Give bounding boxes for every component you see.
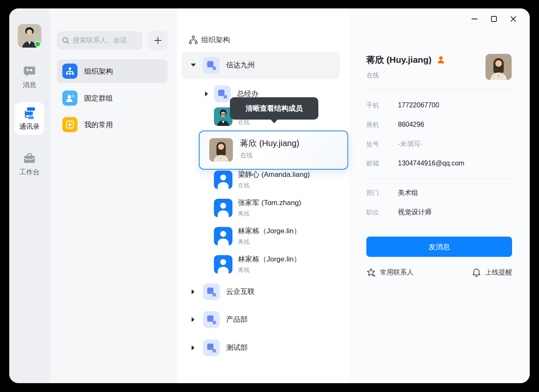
online-status-dot [35, 41, 41, 47]
member-avatar [214, 171, 232, 189]
department-icon [203, 311, 220, 330]
selected-member-card[interactable]: 蒋欣 (Huy.jiang) 在线 [199, 131, 348, 170]
member-name: 蒋欣 (Huy.jiang) [240, 138, 299, 149]
field-value: 1304744916@qq.com [398, 160, 464, 167]
field-value: 8604296 [398, 121, 424, 128]
nav-item-label: 我的常用 [84, 120, 113, 130]
department-icon [203, 339, 220, 358]
org-fields: 部门 美术组 职位 视觉设计师 [366, 183, 512, 222]
caret-right-icon[interactable] [192, 289, 195, 294]
contacts-list-icon [22, 106, 37, 120]
member-name: 梁静心 (Amanda.liang) [238, 170, 310, 180]
contacts-nav-panel: 组织架构 固定群组 我的常用 [50, 8, 177, 383]
tree-department-row[interactable]: 产品部 [177, 308, 349, 331]
field-label: 职位 [366, 208, 398, 216]
department-icon [214, 85, 231, 104]
member-status: 离线 [238, 266, 250, 274]
profile-field-row: 短号 -未填写- [366, 134, 512, 154]
rail-item-contacts[interactable]: 通讯录 [15, 102, 44, 135]
photo-avatar-female [209, 138, 233, 162]
action-label: 上线提醒 [485, 268, 512, 277]
profile-avatar [486, 54, 512, 80]
department-label: 测试部 [226, 343, 248, 353]
org-structure-icon [189, 35, 198, 45]
member-name: 林家栋（Jorge.lin） [238, 254, 301, 264]
profile-status: 在线 [366, 72, 379, 80]
field-label: 部门 [366, 189, 398, 197]
org-chart-icon [62, 64, 77, 79]
divider [366, 178, 512, 179]
divider [366, 90, 512, 90]
profile-actions: 常用联系人 上线提醒 [366, 268, 512, 277]
minimize-button[interactable] [468, 13, 481, 25]
nav-item-my-frequent[interactable]: 我的常用 [57, 113, 168, 136]
send-message-button[interactable]: 发消息 [366, 237, 512, 257]
member-avatar [214, 227, 232, 245]
search-input[interactable] [73, 37, 136, 44]
department-icon [203, 57, 220, 75]
nav-item-org-structure[interactable]: 组织架构 [57, 59, 168, 83]
action-label: 常用联系人 [380, 268, 414, 277]
member-avatar [214, 199, 232, 217]
caret-down-icon[interactable] [191, 64, 196, 67]
profile-field-row: 座机 8604296 [366, 115, 512, 134]
star-plus-icon [366, 268, 376, 277]
field-value: 美术组 [398, 189, 418, 197]
left-rail: 消息 通讯录 工作台 [9, 8, 50, 383]
tree-department-row[interactable]: 测试部 [177, 336, 349, 360]
department-icon [203, 283, 220, 302]
org-tree-panel: 组织架构 信达九州 总经办 胡毅鹏 (Jorge.hu) 在线 梁静心 (Ama… [177, 8, 349, 383]
person-avatar-placeholder [214, 199, 232, 217]
caret-right-icon[interactable] [192, 345, 195, 350]
tree-member-row[interactable]: 林家栋（Jorge.lin） 离线 [177, 227, 349, 247]
field-value: 视觉设计师 [398, 208, 432, 217]
nav-item-label: 固定群组 [84, 93, 113, 103]
group-icon [62, 91, 77, 106]
caret-right-icon[interactable] [192, 317, 195, 322]
rail-item-workspace[interactable]: 工作台 [9, 152, 50, 177]
close-button[interactable] [507, 13, 520, 25]
maximize-button[interactable] [488, 13, 500, 25]
tree-header: 组织架构 [189, 35, 230, 45]
profile-field-row: 职位 视觉设计师 [366, 203, 512, 222]
maximize-icon [491, 16, 497, 22]
nav-item-fixed-groups[interactable]: 固定群组 [57, 86, 168, 110]
frequent-contact-action[interactable]: 常用联系人 [366, 268, 414, 277]
rail-item-label: 消息 [23, 81, 36, 90]
tree-member-row[interactable]: 张家军 (Tom.zhang) 离线 [177, 199, 349, 219]
close-icon [510, 16, 517, 22]
tree-member-row[interactable]: 梁静心 (Amanda.liang) 在线 [177, 171, 349, 191]
add-button[interactable] [148, 31, 168, 50]
profile-field-row: 手机 17722067700 [366, 96, 512, 115]
person-icon-orange [437, 56, 445, 64]
field-label: 座机 [366, 121, 398, 129]
search-box[interactable] [57, 31, 142, 50]
member-status: 在线 [238, 181, 250, 189]
window-controls [468, 13, 520, 25]
company-label: 信达九州 [226, 60, 255, 70]
online-reminder-action[interactable]: 上线提醒 [472, 268, 512, 277]
profile-panel: 蒋欣 (Huy.jiang) 在线 手机 17722067700 座机 8604… [349, 8, 530, 383]
rail-item-messages[interactable]: 消息 [9, 64, 50, 90]
field-label: 手机 [366, 101, 398, 109]
member-status: 在线 [240, 152, 253, 160]
briefcase-icon [23, 152, 36, 165]
minimize-icon [471, 16, 478, 22]
member-name: 林家栋（Jorge.lin） [238, 226, 301, 236]
field-value: 17722067700 [398, 101, 439, 109]
tree-member-row[interactable]: 林家栋（Jorge.lin） 离线 [177, 255, 349, 275]
nav-item-label: 组织架构 [84, 67, 113, 76]
app-window: 消息 通讯录 工作台 组织架构 固定群组 [9, 8, 530, 383]
caret-right-icon[interactable] [205, 91, 208, 96]
tree-department-row[interactable]: 云企互联 [177, 280, 349, 304]
photo-avatar-female [486, 54, 512, 80]
person-avatar-placeholder [214, 227, 232, 245]
plus-icon [154, 36, 162, 45]
contact-fields: 手机 17722067700 座机 8604296 短号 -未填写- 邮箱 13… [366, 96, 512, 173]
search-icon [62, 37, 69, 44]
tree-node-company[interactable]: 信达九州 [182, 52, 340, 79]
tooltip-text: 清晰查看结构成员 [245, 104, 303, 113]
rail-item-label: 工作台 [19, 168, 40, 177]
field-label: 邮箱 [366, 160, 398, 168]
department-label: 产品部 [226, 315, 248, 325]
